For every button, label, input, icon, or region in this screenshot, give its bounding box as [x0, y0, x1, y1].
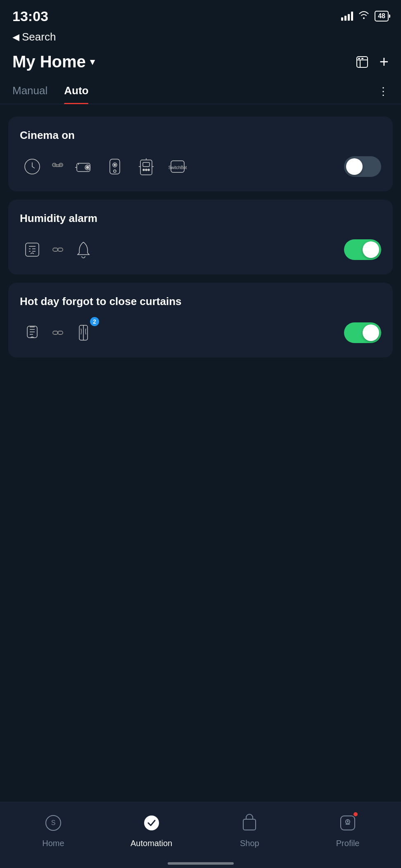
svg-point-15 — [143, 169, 145, 171]
link-icon-2 — [51, 245, 64, 255]
svg-rect-9 — [110, 159, 120, 174]
svg-rect-23 — [26, 243, 39, 256]
curtains-icons: 2 — [20, 320, 96, 345]
humidity-icons — [20, 237, 96, 262]
svg-point-31 — [144, 816, 159, 830]
home-title[interactable]: My Home ▾ — [12, 52, 95, 71]
svg-rect-1 — [358, 58, 360, 59]
nav-item-profile[interactable]: Profile — [299, 811, 397, 848]
link-icon-1 — [51, 162, 64, 172]
header-actions: + — [355, 53, 389, 71]
svg-rect-32 — [243, 819, 256, 830]
home-nav-label: Home — [42, 839, 64, 848]
back-search-bar[interactable]: ◀ Search — [0, 29, 401, 48]
bell-icon — [71, 237, 96, 262]
home-title-text: My Home — [12, 52, 86, 71]
nav-item-shop[interactable]: Shop — [201, 811, 299, 848]
automation-nav-label: Automation — [131, 839, 172, 848]
signal-icon — [341, 12, 353, 21]
curtains-body: 2 — [20, 320, 381, 345]
tabs-more-button[interactable]: ⋮ — [378, 85, 389, 98]
battery-icon: 48 — [375, 11, 389, 21]
tab-auto[interactable]: Auto — [64, 79, 88, 104]
svg-rect-14 — [143, 162, 149, 167]
nav-item-automation[interactable]: Automation — [102, 811, 201, 848]
temp-sensor-icon — [20, 320, 45, 345]
cinema-toggle[interactable] — [344, 156, 381, 177]
bot-device-icon — [134, 154, 159, 179]
scene-button[interactable] — [355, 55, 370, 69]
svg-point-12 — [114, 164, 116, 166]
svg-text:S: S — [51, 819, 56, 826]
search-label: Search — [22, 31, 56, 43]
page-header: My Home ▾ + — [0, 48, 401, 79]
projector-icon — [71, 154, 96, 179]
status-bar: 13:03 48 — [0, 0, 401, 29]
cinema-body: SwitchBot — [20, 154, 381, 179]
automation-card-humidity: Humidity alarm — [8, 200, 393, 274]
speaker-icon — [102, 154, 127, 179]
svg-text:SwitchBot: SwitchBot — [168, 165, 187, 170]
svg-point-6 — [86, 166, 89, 169]
svg-point-16 — [145, 169, 147, 171]
humidity-title: Humidity alarm — [20, 212, 381, 225]
home-nav-icon: S — [41, 811, 66, 835]
shop-nav-icon — [237, 811, 262, 835]
link-icon-3 — [51, 328, 64, 338]
curtains-toggle[interactable] — [344, 322, 381, 343]
bottom-nav: S Home Automation Shop — [0, 802, 401, 868]
automation-card-curtains: Hot day forgot to close curtains — [8, 283, 393, 358]
status-icons: 48 — [341, 10, 389, 22]
switchbot-icon: SwitchBot — [165, 154, 190, 179]
curtains-title: Hot day forgot to close curtains — [20, 295, 381, 308]
status-time: 13:03 — [12, 8, 48, 24]
home-indicator — [168, 862, 234, 865]
clock-icon — [20, 154, 45, 179]
cinema-title: Cinema on — [20, 129, 381, 142]
svg-point-17 — [148, 169, 149, 171]
automation-card-cinema: Cinema on — [8, 117, 393, 191]
profile-nav-label: Profile — [336, 839, 360, 848]
svg-point-36 — [347, 820, 349, 821]
humidity-toggle[interactable] — [344, 239, 381, 260]
main-content: Cinema on — [0, 104, 401, 370]
humidity-sensor-icon — [20, 237, 45, 262]
tabs-bar: Manual Auto ⋮ — [0, 79, 401, 104]
shop-nav-label: Shop — [240, 839, 259, 848]
wifi-icon — [358, 10, 370, 22]
svg-rect-2 — [361, 58, 363, 59]
automation-nav-icon — [139, 811, 164, 835]
back-arrow-icon: ◀ — [12, 32, 19, 43]
add-button[interactable]: + — [380, 53, 389, 71]
tabs-list: Manual Auto — [12, 79, 88, 104]
svg-point-11 — [114, 170, 116, 172]
curtain-badge: 2 — [90, 317, 99, 326]
humidity-body — [20, 237, 381, 262]
chevron-down-icon: ▾ — [90, 57, 95, 67]
curtain-device-icon: 2 — [71, 320, 96, 345]
svg-rect-33 — [341, 816, 355, 830]
profile-nav-icon — [335, 811, 360, 835]
svg-point-35 — [347, 821, 349, 823]
tab-manual[interactable]: Manual — [12, 79, 47, 104]
nav-item-home[interactable]: S Home — [4, 811, 102, 848]
cinema-icons: SwitchBot — [20, 154, 190, 179]
